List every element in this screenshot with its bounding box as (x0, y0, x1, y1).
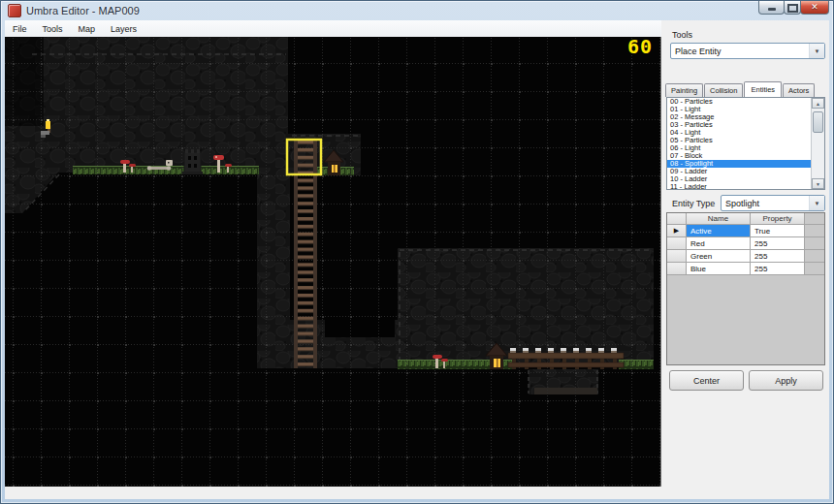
property-value-cell[interactable]: True (751, 225, 805, 237)
menu-file[interactable]: File (5, 22, 35, 36)
window-title: Umbra Editor - MAP009 (26, 5, 140, 16)
tool-select[interactable]: Place Entity ▼ (670, 43, 825, 59)
fps-counter: 60 (627, 37, 653, 58)
tab-strip: PaintingCollisionEntitiesActors (665, 82, 827, 97)
row-marker-icon: ▶ (674, 227, 679, 235)
property-value-cell[interactable]: 255 (751, 263, 805, 275)
center-button[interactable]: Center (669, 370, 744, 391)
scrollbar-thumb[interactable] (813, 111, 823, 133)
close-button[interactable]: ✕ (800, 1, 829, 15)
entity-type-value: Spotlight (722, 199, 809, 208)
entity-list[interactable]: 00 - Particles01 - Light02 - Message03 -… (666, 97, 825, 190)
property-row: Blue255 (667, 263, 824, 275)
property-name-cell[interactable]: Red (687, 237, 751, 250)
ladder-sprite (294, 139, 317, 368)
app-window: Umbra Editor - MAP009 ✕ FileToolsMapLaye… (0, 0, 834, 504)
property-grid-body: ▶ActiveTrueRed255Green255Blue255 (667, 225, 824, 275)
column-header-name: Name (687, 213, 751, 225)
row-header[interactable]: ▶ (667, 225, 687, 237)
scroll-down-icon[interactable]: ▼ (812, 178, 824, 189)
maximize-button[interactable] (784, 1, 801, 15)
menu-layers[interactable]: Layers (103, 22, 144, 36)
property-name-cell[interactable]: Green (687, 250, 751, 263)
column-header-property: Property (751, 213, 805, 225)
scroll-up-icon[interactable]: ▲ (812, 98, 824, 109)
entity-list-items: 00 - Particles01 - Light02 - Message03 -… (667, 98, 812, 190)
tab-entities[interactable]: Entities (744, 81, 782, 97)
row-filler (805, 250, 824, 263)
property-row: ▶ActiveTrue (667, 225, 824, 237)
app-icon (8, 4, 21, 17)
window-controls: ✕ (759, 1, 829, 15)
row-filler (805, 263, 824, 275)
row-header-corner (667, 213, 687, 225)
terrain (5, 37, 660, 487)
menu-map[interactable]: Map (71, 22, 104, 36)
tower-sprite (182, 149, 203, 174)
entity-list-item[interactable]: 11 - Ladder (667, 183, 812, 190)
chevron-down-icon: ▼ (809, 44, 824, 58)
minimize-icon (768, 8, 776, 11)
bridge-sprite (508, 348, 624, 369)
menu-bar: FileToolsMapLayers (5, 20, 661, 38)
maximize-icon (787, 4, 798, 13)
tab-collision[interactable]: Collision (704, 83, 743, 97)
property-name-cell[interactable]: Active (687, 225, 751, 237)
property-row: Green255 (667, 250, 824, 263)
header-filler (805, 213, 824, 225)
menu-tools[interactable]: Tools (35, 22, 71, 36)
tab-painting[interactable]: Painting (665, 83, 703, 97)
property-name-cell[interactable]: Blue (687, 263, 751, 275)
chevron-down-icon: ▼ (809, 196, 824, 210)
title-bar: Umbra Editor - MAP009 ✕ (1, 1, 833, 20)
tools-label: Tools (672, 30, 692, 40)
side-panel: Tools Place Entity ▼ PaintingCollisionEn… (662, 20, 829, 499)
property-grid-header: Name Property (667, 213, 824, 225)
row-header[interactable] (667, 237, 687, 250)
minimize-button[interactable] (758, 1, 785, 15)
entity-type-select[interactable]: Spotlight ▼ (721, 195, 825, 211)
entity-list-scrollbar[interactable]: ▲ ▼ (811, 98, 824, 189)
map-canvas[interactable]: 60 (5, 37, 661, 487)
apply-button[interactable]: Apply (749, 370, 823, 391)
tool-select-value: Place Entity (671, 47, 809, 56)
row-header[interactable] (667, 263, 687, 275)
row-header[interactable] (667, 250, 687, 263)
property-value-cell[interactable]: 255 (751, 250, 805, 263)
entity-type-label: Entity Type (672, 199, 715, 208)
property-row: Red255 (667, 237, 824, 250)
row-filler (805, 225, 824, 237)
row-filler (805, 237, 824, 250)
main-area: FileToolsMapLayers (5, 20, 829, 499)
tab-actors[interactable]: Actors (783, 83, 815, 97)
property-grid[interactable]: Name Property ▶ActiveTrueRed255Green255B… (666, 212, 825, 365)
property-value-cell[interactable]: 255 (751, 237, 805, 250)
close-icon: ✕ (811, 3, 818, 12)
